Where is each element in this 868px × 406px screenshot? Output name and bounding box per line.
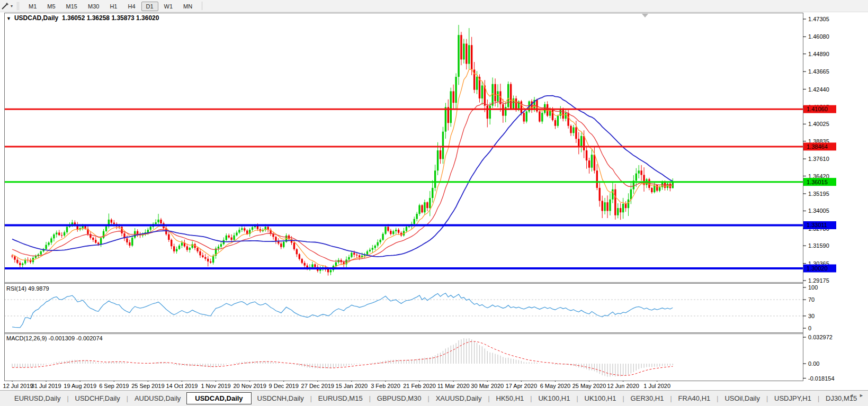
rsi-axis-tick: 100	[808, 284, 818, 291]
chart-tab-USOil-Daily[interactable]: USOil,Daily	[719, 393, 765, 404]
time-axis-label: 9 Dec 2019	[269, 383, 299, 389]
time-axis-label: 21 Feb 2020	[403, 383, 436, 389]
macd-axis-tick: 0.032972	[808, 334, 833, 340]
timeframe-button-M15[interactable]: M15	[61, 2, 82, 11]
chart-tab-HK50-H1[interactable]: HK50,H1	[490, 393, 530, 404]
top-toolbar: ▾ M1M5M15M30H1H4D1W1MN	[0, 0, 868, 12]
timeframe-button-M30[interactable]: M30	[83, 2, 104, 11]
price-axis-tick: 1.31590	[808, 242, 829, 249]
price-axis-tick: 1.42440	[808, 86, 829, 93]
chart-tab-XAUUSD-Daily[interactable]: XAUUSD,Daily	[430, 393, 488, 404]
tab-scroll-left-button[interactable]: ◄	[849, 393, 854, 398]
chart-tab-GBPUSD-M30[interactable]: GBPUSD,M30	[371, 393, 427, 404]
price-axis-tick: 1.44890	[808, 51, 829, 57]
macd-axis-tick: 0.00	[808, 360, 819, 367]
price-line-label: 1.41060	[807, 106, 828, 112]
time-axis-label: 11 Mar 2020	[437, 383, 470, 389]
time-axis-label: 3 Feb 2020	[371, 383, 400, 389]
toolbar-grip[interactable]	[17, 2, 19, 10]
timeframe-button-MN[interactable]: MN	[178, 2, 197, 11]
time-axis-label: 31 Jul 2019	[31, 383, 61, 389]
chart-title-symbol: USDCAD,Daily	[14, 14, 58, 22]
chart-menu-caret-icon[interactable]: ▼	[6, 16, 11, 21]
price-axis-tick: 1.47305	[808, 16, 829, 22]
draw-tool-dropdown-icon[interactable]: ▾	[11, 4, 13, 8]
time-axis-label: 30 Mar 2020	[471, 383, 504, 389]
price-line-label: 1.38464	[807, 143, 828, 150]
price-axis-tick: 1.43665	[808, 68, 829, 75]
chart-tabs: EURUSD,Daily|USDCHF,Daily|AUDUSD,DailyUS…	[0, 390, 868, 406]
chart-tab-EURUSD-Daily[interactable]: EURUSD,Daily	[8, 393, 66, 404]
time-axis-label: 25 Sep 2019	[131, 383, 164, 389]
time-axis-label: 12 Jun 2020	[607, 383, 639, 389]
chart-canvas[interactable]: 1.473051.460801.448901.436651.424401.412…	[0, 13, 868, 382]
chart-tab-USDCNH-Daily[interactable]: USDCNH,Daily	[252, 393, 310, 404]
price-line-label: 1.36015	[807, 179, 828, 185]
chart-tab-AUDUSD-Daily[interactable]: AUDUSD,Daily	[129, 393, 186, 404]
time-axis-label: 20 Nov 2019	[233, 383, 266, 389]
time-axis-label: 1 Jul 2020	[643, 383, 670, 389]
rsi-axis-tick: 0	[808, 325, 811, 331]
price-line-label: 1.33011	[807, 222, 827, 228]
chart-title: ▼USDCAD,Daily 1.36052 1.36258 1.35873 1.…	[6, 14, 159, 22]
price-axis-tick: 1.35195	[808, 191, 829, 197]
time-axis-label: 17 Apr 2020	[506, 383, 537, 389]
time-axis-label: 12 Jul 2019	[3, 383, 33, 389]
timeframe-button-D1[interactable]: D1	[141, 2, 158, 11]
chart-tab-EURUSD-M15[interactable]: EURUSD,M15	[312, 393, 369, 404]
rsi-label: RSI(14) 49.9879	[6, 285, 49, 292]
time-axis: 12 Jul 201931 Jul 201919 Aug 20196 Sep 2…	[0, 382, 868, 390]
chart-tab-USDCHF-Daily[interactable]: USDCHF,Daily	[69, 393, 126, 404]
price-axis-tick: 1.46080	[808, 33, 829, 40]
price-axis-tick: 1.34005	[808, 207, 829, 214]
draw-tool-icon[interactable]	[1, 2, 10, 10]
time-axis-label: 6 Sep 2019	[99, 383, 129, 389]
chart-tab-UK100-H1[interactable]: UK100,H1	[532, 393, 576, 404]
price-axis-tick: 1.40025	[808, 121, 829, 127]
time-axis-label: 14 Oct 2019	[166, 383, 198, 389]
timeframe-button-M5[interactable]: M5	[42, 2, 60, 11]
time-axis-label: 19 Aug 2019	[64, 383, 96, 389]
price-axis-tick: 1.37610	[808, 156, 829, 162]
price-line-label: 1.30020	[807, 265, 828, 272]
timeframe-button-W1[interactable]: W1	[159, 2, 178, 11]
time-axis-label: 15 Jan 2020	[336, 383, 368, 389]
chart-tab-GER30-H1[interactable]: GER30,H1	[625, 393, 670, 404]
macd-axis-tick: -0.018154	[808, 375, 835, 382]
time-axis-label: 6 May 2020	[540, 383, 570, 389]
rsi-axis-tick: 30	[808, 313, 815, 319]
timeframe-button-H1[interactable]: H1	[105, 2, 122, 11]
tab-scroll-right-button[interactable]: ►	[859, 393, 864, 398]
chart-tab-FRA40-H1[interactable]: FRA40,H1	[673, 393, 717, 404]
toolbar-separator	[202, 2, 202, 10]
chart-tab-USDJPY-H1[interactable]: USDJPY,H1	[768, 393, 817, 404]
timeframe-buttons: M1M5M15M30H1H4D1W1MN	[23, 1, 198, 11]
timeframe-button-H4[interactable]: H4	[123, 2, 140, 11]
price-axis-tick: 1.29175	[808, 277, 829, 284]
timeframe-button-M1[interactable]: M1	[24, 2, 41, 11]
time-axis-label: 27 Dec 2019	[301, 383, 334, 389]
chart-title-ohlc: 1.36052 1.36258 1.35873 1.36020	[62, 14, 159, 22]
macd-label: MACD(12,26,9) -0.001309 -0.002074	[6, 335, 103, 341]
time-axis-label: 25 May 2020	[572, 383, 606, 389]
chart-tab-USDCAD-Daily[interactable]: USDCAD,Daily	[186, 392, 251, 404]
time-axis-label: 1 Nov 2019	[201, 383, 230, 389]
rsi-axis-tick: 70	[808, 296, 815, 303]
chart-tab-UK100-H1[interactable]: UK100,H1	[579, 393, 622, 404]
chart-background	[0, 13, 868, 382]
